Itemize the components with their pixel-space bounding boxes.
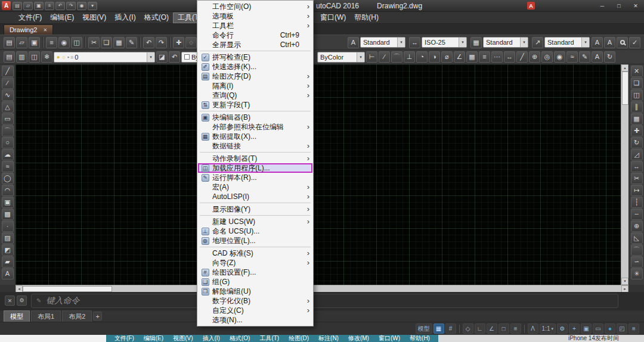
table-style-combo[interactable]: Standard▾ bbox=[483, 37, 528, 48]
minimize-button[interactable]: ─ bbox=[594, 0, 611, 12]
make-block-icon[interactable]: ▩ bbox=[2, 209, 14, 220]
dim-break-icon[interactable]: ╱ bbox=[516, 51, 528, 63]
menu-item[interactable]: AutoLISP(I)› bbox=[198, 192, 312, 201]
background-menu-item[interactable]: 文件(F) bbox=[114, 335, 134, 342]
menu-item[interactable]: 隔离(I)› bbox=[198, 81, 312, 91]
dim-edit-icon[interactable]: ✎ bbox=[579, 51, 590, 63]
polyline-icon[interactable]: ∿ bbox=[2, 89, 14, 101]
customization-button[interactable]: ≡ bbox=[628, 324, 639, 334]
mleader-style-combo[interactable]: Standard▾ bbox=[544, 37, 590, 48]
annotation-visibility-icon[interactable]: Λ bbox=[528, 324, 538, 334]
region-icon[interactable]: ▰ bbox=[2, 256, 14, 268]
background-menu-item[interactable]: 工具(T) bbox=[259, 335, 279, 342]
menu-item[interactable]: ⇅更新字段(T) bbox=[198, 100, 312, 110]
make-object-layer-current-icon[interactable]: ◪ bbox=[156, 51, 168, 63]
layer-freeze-icon[interactable]: ❄ bbox=[41, 51, 52, 63]
background-menu-item[interactable]: 插入(I) bbox=[202, 335, 219, 342]
polygon-icon[interactable]: △ bbox=[2, 101, 14, 113]
fillet-icon[interactable]: ⌒ bbox=[631, 244, 643, 256]
combo-arrow-icon[interactable]: ▾ bbox=[459, 38, 466, 47]
menu-item[interactable]: 选项板› bbox=[198, 11, 312, 21]
combo-arrow-icon[interactable]: ▾ bbox=[147, 52, 154, 62]
dim-space-icon[interactable]: ↔ bbox=[504, 51, 515, 63]
menu-item[interactable]: 工具栏› bbox=[198, 21, 312, 30]
copy-icon[interactable]: ❏ bbox=[101, 37, 112, 48]
arc-icon[interactable]: ⌒ bbox=[2, 125, 14, 136]
save-icon[interactable]: ▣ bbox=[29, 37, 40, 48]
revision-cloud-icon[interactable]: ☁ bbox=[2, 149, 14, 160]
layout-tab[interactable]: 模型 bbox=[4, 310, 30, 322]
save-icon[interactable]: ▣ bbox=[34, 2, 44, 10]
menu-item[interactable]: ▣块编辑器(B) bbox=[198, 113, 312, 122]
menu-item[interactable]: 显示图像(Y)› bbox=[198, 204, 312, 214]
selection-cycling-icon[interactable]: ▣ bbox=[581, 324, 592, 334]
redo-icon[interactable]: ↷ bbox=[156, 37, 167, 48]
search-icon[interactable] bbox=[617, 37, 628, 48]
scroll-up-button[interactable]: ▲ bbox=[621, 64, 628, 71]
dim-quick-icon[interactable]: ▦ bbox=[466, 51, 478, 63]
menu-item[interactable]: 命令行Ctrl+9 bbox=[198, 30, 312, 40]
menubar-item[interactable]: 窗口(W) bbox=[316, 13, 350, 23]
layout-tab[interactable]: 布局1 bbox=[31, 310, 61, 322]
cut-icon[interactable]: ✂ bbox=[88, 37, 100, 48]
dim-arclength-icon[interactable]: ⌒ bbox=[391, 51, 402, 63]
dim-text-edit-icon[interactable]: A bbox=[592, 51, 603, 63]
background-menu-item[interactable]: 视图(V) bbox=[173, 335, 193, 342]
menubar-item[interactable]: 插入(I) bbox=[110, 13, 140, 23]
ellipse-icon[interactable]: ◯ bbox=[2, 173, 14, 184]
text-style-combo[interactable]: Standard▾ bbox=[360, 37, 405, 48]
dim-diameter-icon[interactable]: ⌀ bbox=[441, 51, 453, 63]
dim-baseline-icon[interactable]: ≡ bbox=[479, 51, 490, 63]
layer-previous-icon[interactable]: ↶ bbox=[169, 51, 180, 63]
menu-item[interactable]: #绘图设置(F)... bbox=[198, 268, 312, 277]
menu-item[interactable]: ❒解除编组(U) bbox=[198, 287, 312, 296]
rectangle-icon[interactable]: ▭ bbox=[2, 113, 14, 125]
ortho-icon[interactable]: ∟ bbox=[475, 324, 485, 334]
command-close-icon[interactable]: ✕ bbox=[5, 296, 15, 306]
copy-icon[interactable]: ❏ bbox=[631, 77, 643, 89]
dim-aligned-icon[interactable]: ∕ bbox=[379, 51, 390, 63]
layer-isolate-icon[interactable]: ◫ bbox=[29, 51, 40, 63]
zoom-realtime-icon[interactable]: ◌ bbox=[185, 37, 197, 48]
dim-angular-icon[interactable]: ∠ bbox=[454, 51, 465, 63]
spellcheck-abc-icon[interactable]: ✓ bbox=[629, 37, 640, 48]
vertical-scrollbar[interactable]: ▲ ▼ bbox=[621, 64, 628, 285]
lineweight-icon[interactable]: ≡ bbox=[510, 324, 521, 334]
blend-icon[interactable]: ∽ bbox=[631, 256, 643, 268]
app-logo-icon[interactable]: A bbox=[2, 1, 11, 10]
break-icon[interactable]: ┄ bbox=[631, 209, 643, 220]
pan-icon[interactable]: ✚ bbox=[173, 37, 184, 48]
center-mark-icon[interactable]: ◎ bbox=[541, 51, 553, 63]
background-menu-item[interactable]: 编辑(E) bbox=[144, 335, 163, 342]
rotate-icon[interactable]: ↻ bbox=[631, 137, 643, 148]
dim-jog-line-icon[interactable]: ≈ bbox=[566, 51, 578, 63]
new-icon[interactable]: ▤ bbox=[13, 2, 22, 10]
open-icon[interactable]: ▱ bbox=[23, 2, 33, 10]
plot-icon[interactable]: ≡ bbox=[46, 37, 57, 48]
offset-icon[interactable]: ∥ bbox=[631, 101, 643, 113]
menu-item[interactable]: ✓拼写检查(E) bbox=[198, 52, 312, 62]
menu-item[interactable]: ⊥命名 UCS(U)... bbox=[198, 226, 312, 236]
menu-item[interactable]: CAD 标准(S)› bbox=[198, 248, 312, 258]
clean-screen-icon[interactable]: ◰ bbox=[617, 324, 627, 334]
dim-update-icon[interactable]: ↻ bbox=[604, 51, 615, 63]
scroll-right-button[interactable]: ► bbox=[621, 285, 628, 293]
background-menu-item[interactable]: 修改(M) bbox=[348, 335, 369, 342]
layer-states-icon[interactable]: ▥ bbox=[16, 51, 27, 63]
background-menu-item[interactable]: 帮助(H) bbox=[410, 335, 430, 342]
array-icon[interactable]: ▦ bbox=[631, 113, 643, 125]
menu-item[interactable]: ▦数据提取(X)... bbox=[198, 132, 312, 141]
line-icon[interactable]: ╱ bbox=[2, 66, 14, 77]
menu-item[interactable]: 自定义(C)› bbox=[198, 306, 312, 315]
dim-jogged-icon[interactable]: ◑ bbox=[429, 51, 440, 63]
circle-icon[interactable]: ○ bbox=[2, 137, 14, 148]
text-style-a-icon[interactable]: A bbox=[592, 37, 603, 48]
menu-item[interactable]: 工作空间(O)› bbox=[198, 2, 312, 11]
drawing-canvas[interactable] bbox=[16, 64, 621, 285]
close-button[interactable]: ✕ bbox=[627, 0, 644, 12]
combo-arrow-icon[interactable]: ▾ bbox=[397, 38, 405, 47]
spline-icon[interactable]: ≈ bbox=[2, 161, 14, 172]
dim-ordinate-icon[interactable]: ⊥ bbox=[404, 51, 415, 63]
print-icon[interactable]: ≡ bbox=[45, 2, 54, 10]
dim-style-icon[interactable]: ↔ bbox=[409, 37, 420, 48]
